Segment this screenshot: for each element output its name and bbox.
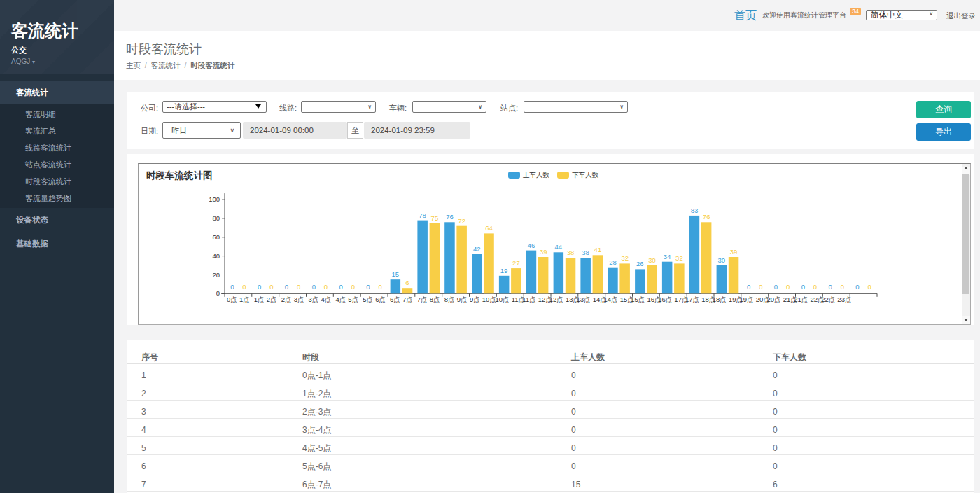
svg-text:78: 78 [419,211,426,218]
svg-text:0: 0 [746,283,750,291]
svg-text:76: 76 [702,213,710,221]
svg-text:16点-17点: 16点-17点 [658,295,688,303]
svg-text:75: 75 [430,214,438,221]
svg-text:42: 42 [473,244,481,252]
svg-text:0: 0 [840,283,844,291]
svg-text:8点-9点: 8点-9点 [444,295,467,303]
svg-text:26: 26 [636,260,644,268]
svg-text:13点-14点: 13点-14点 [576,295,606,303]
svg-text:3点-4点: 3点-4点 [308,295,331,303]
svg-text:19点-20点: 19点-20点 [739,295,769,303]
svg-text:20点-21点: 20点-21点 [766,295,797,303]
svg-text:0: 0 [867,283,871,291]
svg-text:9点-10点: 9点-10点 [469,295,496,303]
svg-text:32: 32 [676,254,683,262]
svg-text:76: 76 [446,213,454,221]
svg-text:27: 27 [512,259,520,267]
svg-text:0点-1点: 0点-1点 [227,295,250,303]
svg-text:2点-3点: 2点-3点 [281,295,304,303]
svg-text:10点-11点: 10点-11点 [495,295,525,303]
svg-text:38: 38 [582,249,589,256]
svg-text:40: 40 [212,251,220,259]
svg-text:34: 34 [663,252,671,260]
svg-text:0: 0 [323,283,327,291]
svg-text:0: 0 [284,283,288,291]
svg-text:0: 0 [801,283,804,291]
svg-text:28: 28 [609,258,617,265]
svg-text:19: 19 [500,266,507,274]
svg-text:20: 20 [212,270,220,278]
svg-text:60: 60 [212,232,220,240]
svg-text:7点-8点: 7点-8点 [416,295,440,303]
svg-text:72: 72 [458,216,465,224]
svg-text:1点-2点: 1点-2点 [253,295,276,303]
svg-text:41: 41 [594,246,601,254]
svg-text:6: 6 [405,279,409,286]
svg-text:80: 80 [212,214,220,221]
svg-text:0: 0 [270,283,273,291]
svg-text:0: 0 [216,289,219,297]
svg-text:0: 0 [339,283,342,291]
svg-text:46: 46 [527,241,535,249]
svg-text:0: 0 [759,283,762,291]
svg-text:15点-16点: 15点-16点 [631,295,661,303]
svg-text:30: 30 [718,256,725,264]
svg-text:39: 39 [729,248,737,256]
svg-text:15: 15 [391,270,399,278]
svg-text:0: 0 [297,283,300,291]
svg-text:30: 30 [648,256,656,264]
svg-text:0: 0 [786,283,790,291]
svg-text:0: 0 [378,283,382,291]
svg-text:22点-23点: 22点-23点 [821,295,851,303]
svg-text:21点-22点: 21点-22点 [794,295,824,303]
svg-text:38: 38 [566,249,574,256]
svg-text:64: 64 [485,224,493,232]
svg-text:0: 0 [366,283,370,291]
svg-text:0: 0 [828,283,832,291]
svg-text:0: 0 [351,283,354,291]
svg-text:4点-5点: 4点-5点 [335,295,358,303]
svg-text:39: 39 [539,248,547,256]
svg-text:0: 0 [813,283,816,291]
svg-text:6点-7点: 6点-7点 [390,295,413,303]
svg-text:14点-15点: 14点-15点 [603,295,634,303]
svg-text:32: 32 [621,254,629,262]
svg-text:0: 0 [230,283,234,291]
svg-text:0: 0 [855,283,859,291]
svg-text:83: 83 [690,206,698,214]
svg-text:18点-19点: 18点-19点 [712,295,742,303]
svg-text:0: 0 [242,283,246,291]
svg-text:12点-13点: 12点-13点 [549,295,579,303]
svg-text:11点-12点: 11点-12点 [522,295,552,303]
svg-text:17点-18点: 17点-18点 [685,295,715,303]
svg-text:100: 100 [209,195,220,203]
svg-text:44: 44 [554,243,562,251]
svg-text:0: 0 [312,283,315,291]
svg-text:5点-6点: 5点-6点 [363,295,386,303]
svg-text:0: 0 [774,283,777,291]
svg-text:0: 0 [258,283,261,291]
